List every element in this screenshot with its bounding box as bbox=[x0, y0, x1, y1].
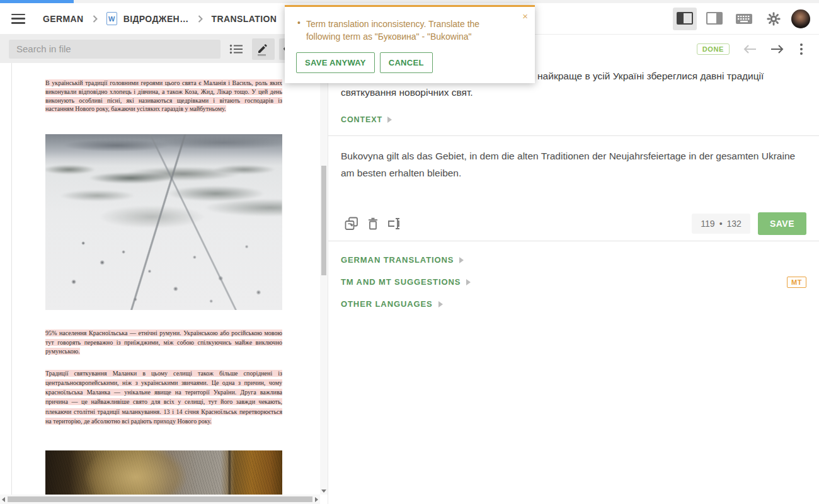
keyboard-shortcuts-button[interactable] bbox=[732, 8, 756, 30]
clear-formatting-button[interactable] bbox=[384, 215, 405, 232]
mt-badge: MT bbox=[787, 277, 806, 288]
loading-strip bbox=[0, 0, 819, 3]
breadcrumb-section[interactable]: TRANSLATION bbox=[212, 14, 277, 24]
save-anyway-button[interactable]: SAVE ANYWAY bbox=[296, 52, 375, 73]
document-segment[interactable]: Традиції святкування Маланки в цьому сел… bbox=[45, 369, 282, 426]
barn-hay-interior-photo bbox=[45, 450, 282, 495]
context-toggle[interactable]: CONTEXT bbox=[341, 115, 806, 124]
search-input[interactable] bbox=[9, 40, 220, 59]
word-doc-icon: W bbox=[106, 12, 117, 25]
save-button[interactable]: SAVE bbox=[758, 212, 806, 235]
chevron-right-icon bbox=[198, 15, 203, 23]
settings-button[interactable] bbox=[762, 8, 786, 30]
counter-separator: • bbox=[719, 219, 723, 229]
translation-editor-panel: DONE Буковина вважається територією, де … bbox=[328, 35, 819, 504]
document-segment[interactable]: В українській традиції головними героями… bbox=[45, 79, 282, 113]
layout-left-button[interactable] bbox=[673, 8, 697, 30]
arrow-left-icon bbox=[742, 43, 757, 55]
cancel-button[interactable]: CANCEL bbox=[380, 52, 433, 73]
chevron-right-icon bbox=[93, 15, 98, 23]
pencil-icon bbox=[256, 42, 270, 57]
document-preview: В українській традиції головними героями… bbox=[0, 63, 320, 495]
document-preview-panel: В українській традиції головними героями… bbox=[0, 35, 328, 504]
bullet-icon: • bbox=[297, 18, 301, 43]
delete-translation-button[interactable] bbox=[362, 215, 384, 232]
expand-triangle-icon bbox=[387, 117, 392, 123]
expand-triangle-icon bbox=[438, 301, 443, 307]
expand-triangle-icon bbox=[459, 257, 464, 263]
done-button[interactable]: DONE bbox=[697, 43, 730, 55]
scroll-right-arrow-icon[interactable] bbox=[315, 497, 318, 502]
layout-right-button[interactable] bbox=[702, 8, 726, 30]
clear-formatting-icon bbox=[387, 217, 402, 230]
previous-string-button[interactable] bbox=[742, 43, 757, 55]
section-other-languages[interactable]: OTHER LANGUAGES bbox=[328, 293, 819, 315]
vertical-scrollbar-thumb[interactable] bbox=[321, 166, 326, 275]
scroll-left-arrow-icon[interactable] bbox=[2, 497, 5, 502]
arrow-right-icon bbox=[770, 43, 785, 55]
preview-toolbar bbox=[0, 35, 328, 63]
progress-bar bbox=[0, 0, 74, 3]
translation-actions: 119•132 SAVE bbox=[341, 212, 806, 236]
source-count: 119 bbox=[701, 219, 714, 229]
trash-icon bbox=[367, 217, 379, 231]
keyboard-icon bbox=[736, 14, 752, 24]
list-view-button[interactable] bbox=[225, 38, 248, 60]
layout-right-icon bbox=[706, 12, 723, 26]
breadcrumb-file-label: ВІДРОДЖЕН… bbox=[123, 14, 189, 24]
list-view-icon bbox=[229, 43, 243, 55]
copy-source-icon bbox=[345, 217, 358, 231]
section-german-translations[interactable]: GERMAN TRANSLATIONS bbox=[328, 249, 819, 271]
target-count: 132 bbox=[727, 219, 742, 229]
aerial-winter-village-photo bbox=[45, 134, 282, 310]
breadcrumb-file[interactable]: W ВІДРОДЖЕН… bbox=[106, 12, 189, 25]
document-segment[interactable]: 95% населення Красноїльська — етнічні ру… bbox=[45, 329, 282, 357]
next-string-button[interactable] bbox=[770, 43, 785, 55]
page-margin-line bbox=[11, 63, 12, 495]
section-label: OTHER LANGUAGES bbox=[341, 299, 433, 309]
close-icon[interactable]: × bbox=[521, 10, 529, 22]
horizontal-scrollbar[interactable] bbox=[0, 495, 320, 504]
divider bbox=[328, 241, 819, 241]
warning-message: Term translation inconsistency. Translat… bbox=[306, 18, 508, 43]
term-warning-popup: × • Term translation inconsistency. Tran… bbox=[285, 5, 535, 83]
horizontal-scrollbar-thumb[interactable] bbox=[8, 496, 312, 502]
character-counter: 119•132 bbox=[692, 214, 750, 234]
menu-icon[interactable] bbox=[11, 14, 25, 24]
edit-mode-button[interactable] bbox=[252, 38, 275, 60]
vertical-scrollbar[interactable] bbox=[320, 63, 328, 495]
user-avatar[interactable] bbox=[791, 9, 810, 28]
divider bbox=[328, 135, 819, 136]
expand-triangle-icon bbox=[466, 279, 471, 285]
gear-icon bbox=[766, 11, 781, 26]
section-label: GERMAN TRANSLATIONS bbox=[341, 255, 454, 265]
section-tm-mt-suggestions[interactable]: TM AND MT SUGGESTIONS MT bbox=[328, 271, 819, 293]
section-label: TM AND MT SUGGESTIONS bbox=[341, 277, 461, 287]
scroll-down-arrow-icon[interactable] bbox=[321, 490, 326, 493]
translation-input[interactable]: Bukovyna gilt als das Gebiet, in dem die… bbox=[341, 147, 805, 210]
copy-source-button[interactable] bbox=[341, 215, 362, 232]
breadcrumb-language[interactable]: GERMAN bbox=[43, 14, 84, 24]
context-label: CONTEXT bbox=[341, 115, 382, 124]
layout-left-icon bbox=[677, 12, 693, 26]
more-options-icon[interactable] bbox=[798, 41, 805, 57]
